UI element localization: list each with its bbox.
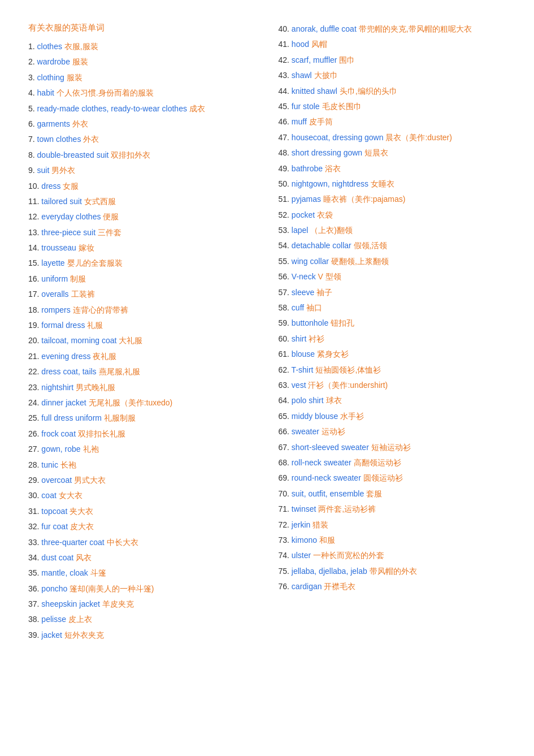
item-chinese: V 型领 xyxy=(318,272,341,281)
list-item: 49. bathrobe 浴衣 xyxy=(279,162,506,175)
list-item: 38. pelisse 皮上衣 xyxy=(28,613,256,625)
item-number: 29. xyxy=(28,476,41,485)
item-number: 72. xyxy=(279,520,292,529)
item-english: jellaba, djellaba, jelab xyxy=(292,567,370,576)
item-english: cuff xyxy=(292,303,306,312)
list-item: 18. rompers 连背心的背带裤 xyxy=(28,304,256,316)
item-chinese: 嫁妆 xyxy=(79,243,94,252)
item-number: 61. xyxy=(279,349,292,358)
page-title: 有关衣服的英语单词 xyxy=(28,23,256,33)
list-item: 61. blouse 紧身女衫 xyxy=(279,348,506,360)
list-item: 31. topcoat 夹大衣 xyxy=(28,505,256,517)
item-chinese: 风衣 xyxy=(76,553,92,562)
item-chinese: 套服 xyxy=(366,489,382,498)
list-item: 47. housecoat, dressing gown 晨衣（美作:duste… xyxy=(279,131,506,144)
item-number: 3. xyxy=(28,73,37,82)
item-english: anorak, duffle coat xyxy=(292,24,359,33)
item-number: 25. xyxy=(28,413,41,422)
list-item: 10. dress 女服 xyxy=(28,180,256,192)
list-item: 55. wing collar 硬翻领,上浆翻领 xyxy=(279,255,506,267)
list-item: 12. everyday clothes 便服 xyxy=(28,210,256,223)
item-number: 58. xyxy=(279,303,292,312)
item-chinese: 开襟毛衣 xyxy=(324,582,355,591)
list-item: 22. dress coat, tails 燕尾服,礼服 xyxy=(28,365,256,378)
item-number: 14. xyxy=(28,243,41,252)
item-chinese: 衣服,服装 xyxy=(64,42,98,51)
item-english: wardrobe xyxy=(37,57,72,66)
item-english: sleeve xyxy=(292,288,316,297)
list-item: 13. three-piece suit 三件套 xyxy=(28,226,256,239)
item-chinese: 制服 xyxy=(70,274,86,283)
item-english: dust coat xyxy=(41,553,76,562)
item-number: 71. xyxy=(279,504,292,513)
item-english: full dress uniform xyxy=(41,413,103,422)
list-item: 44. knitted shawl 头巾,编织的头巾 xyxy=(279,85,506,97)
item-chinese: （上衣)翻领 xyxy=(310,226,353,235)
list-item: 70. suit, outfit, ensemble 套服 xyxy=(279,487,506,500)
item-number: 46. xyxy=(279,117,292,126)
list-item: 1. clothes 衣服,服装 xyxy=(28,40,256,53)
item-english: topcoat xyxy=(41,507,70,516)
item-number: 35. xyxy=(28,568,41,577)
list-item: 41. hood 风帽 xyxy=(279,38,506,50)
item-english: mantle, cloak xyxy=(41,568,90,577)
item-number: 65. xyxy=(279,412,292,421)
item-number: 45. xyxy=(279,102,292,111)
item-chinese: 女服 xyxy=(63,182,79,191)
item-number: 31. xyxy=(28,507,41,516)
item-chinese: 女大衣 xyxy=(59,491,83,500)
item-english: pyjamas xyxy=(292,195,323,204)
item-chinese: 毛皮长围巾 xyxy=(322,102,362,111)
item-number: 69. xyxy=(279,473,292,482)
item-number: 50. xyxy=(279,179,292,188)
item-chinese: 服装 xyxy=(67,73,83,82)
item-chinese: 双排扣外衣 xyxy=(111,150,150,159)
list-item: 4. habit 个人依习惯.身份而着的服装 xyxy=(28,87,256,99)
item-english: ulster xyxy=(292,551,313,560)
item-number: 44. xyxy=(279,87,292,96)
item-english: pocket xyxy=(292,210,317,219)
left-list: 1. clothes 衣服,服装2. wardrobe 服装3. clothin… xyxy=(28,40,256,641)
item-chinese: 女睡衣 xyxy=(371,179,394,188)
item-chinese: 头巾,编织的头巾 xyxy=(340,87,397,96)
item-number: 52. xyxy=(279,210,292,219)
item-number: 15. xyxy=(28,258,41,267)
item-number: 38. xyxy=(28,615,41,624)
item-number: 39. xyxy=(28,630,41,640)
item-chinese: 带风帽的外衣 xyxy=(370,567,417,576)
list-item: 27. gown, robe 礼袍 xyxy=(28,443,256,455)
item-number: 1. xyxy=(28,42,37,51)
item-chinese: 篷却(南美人的一种斗篷) xyxy=(70,584,154,593)
item-english: blouse xyxy=(292,349,317,358)
list-item: 62. T-shirt 短袖圆领衫,体恤衫 xyxy=(279,364,506,376)
item-chinese: 无尾礼服（美作:tuxedo) xyxy=(89,398,173,407)
item-chinese: 便服 xyxy=(103,212,119,221)
item-number: 24. xyxy=(28,398,41,407)
item-english: muff xyxy=(292,117,309,126)
item-number: 11. xyxy=(28,197,41,206)
list-item: 69. round-neck sweater 圆领运动衫 xyxy=(279,472,506,484)
item-chinese: 长袍 xyxy=(60,460,76,469)
list-item: 20. tailcoat, morning coat 大礼服 xyxy=(28,334,256,347)
item-chinese: 和服 xyxy=(319,535,335,545)
item-number: 73. xyxy=(279,535,292,545)
item-english: habit xyxy=(37,88,57,97)
item-chinese: 汗衫（美作:undershirt) xyxy=(308,381,388,390)
item-chinese: 工装裤 xyxy=(71,290,95,299)
item-english: sweater xyxy=(292,427,322,436)
item-english: buttonhole xyxy=(292,318,331,327)
item-chinese: 皮上衣 xyxy=(68,615,92,624)
list-item: 25. full dress uniform 礼服制服 xyxy=(28,412,256,424)
item-number: 2. xyxy=(28,57,37,66)
list-item: 9. suit 男外衣 xyxy=(28,164,256,176)
item-chinese: 浴衣 xyxy=(325,164,341,173)
item-chinese: 夜礼服 xyxy=(93,352,116,361)
item-number: 28. xyxy=(28,460,41,469)
list-item: 14. trousseau 嫁妆 xyxy=(28,241,256,254)
list-item: 19. formal dress 礼服 xyxy=(28,319,256,331)
item-english: rompers xyxy=(41,305,72,314)
item-english: poncho xyxy=(41,584,70,593)
item-number: 70. xyxy=(279,489,292,498)
item-number: 51. xyxy=(279,195,292,204)
item-chinese: 皮手筒 xyxy=(309,117,333,126)
